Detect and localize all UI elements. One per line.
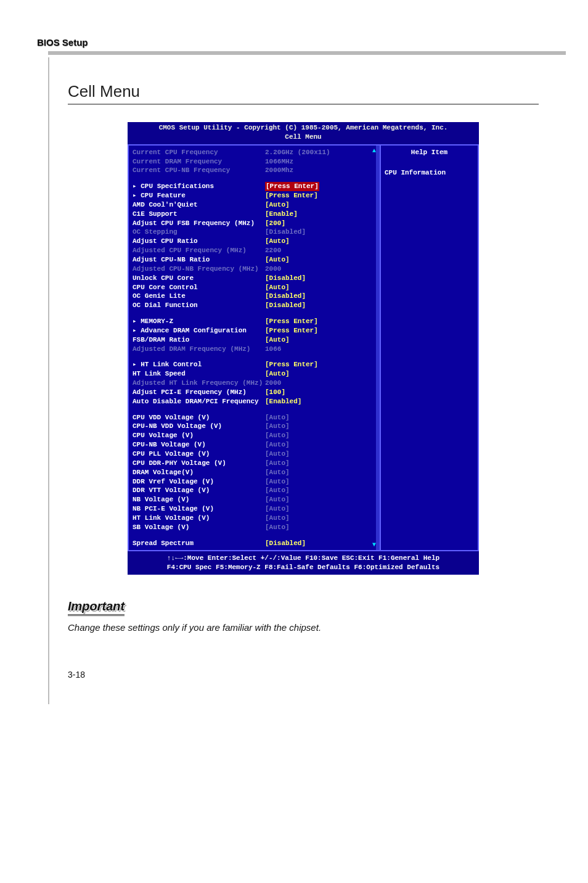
setting-row[interactable]: CPU Core Control[Auto] <box>133 283 378 292</box>
scroll-up-icon[interactable]: ▲ <box>372 147 376 155</box>
setting-label: Adjust PCI-E Frequency (MHz) <box>133 388 265 397</box>
setting-row[interactable]: ▸ CPU Feature[Press Enter] <box>133 191 378 200</box>
setting-row[interactable]: Adjust CPU Ratio[Auto] <box>133 237 378 246</box>
scroll-down-icon[interactable]: ▼ <box>372 541 376 549</box>
setting-label: CPU DDR-PHY Voltage (V) <box>133 459 265 468</box>
setting-value[interactable]: [Enabled] <box>265 397 301 406</box>
setting-value[interactable]: [Auto] <box>265 422 290 431</box>
setting-row[interactable]: CPU PLL Voltage (V)[Auto] <box>133 450 378 459</box>
setting-label: CPU Voltage (V) <box>133 431 265 440</box>
setting-value[interactable]: [Press Enter] <box>265 326 318 335</box>
setting-value: 2000 <box>265 265 281 274</box>
setting-row[interactable]: Adjust PCI-E Frequency (MHz)[100] <box>133 388 378 397</box>
setting-row[interactable]: ▸ Advance DRAM Configuration[Press Enter… <box>133 326 378 335</box>
setting-value[interactable]: [Auto] <box>265 369 290 379</box>
setting-value[interactable]: [Auto] <box>265 459 290 468</box>
setting-label: Adjust CPU-NB Ratio <box>133 255 265 265</box>
setting-row[interactable]: NB Voltage (V)[Auto] <box>133 495 378 504</box>
setting-label: CPU VDD Voltage (V) <box>133 413 265 422</box>
setting-label: Adjusted CPU-NB Frequency (MHz) <box>133 265 265 274</box>
setting-value[interactable]: [Auto] <box>265 237 290 246</box>
setting-row[interactable]: AMD Cool'n'Quiet[Auto] <box>133 200 378 210</box>
setting-row: Current CPU-NB Frequency2000Mhz <box>133 166 378 175</box>
setting-label: Current CPU Frequency <box>133 148 265 157</box>
row-spacer <box>133 353 378 360</box>
row-spacer <box>133 532 378 539</box>
setting-value[interactable]: [Disabled] <box>265 228 306 237</box>
setting-value[interactable]: [Disabled] <box>265 274 306 283</box>
bios-settings-panel[interactable]: ▲ Current CPU Frequency2.20GHz (200x11)C… <box>128 144 380 552</box>
setting-value[interactable]: [Auto] <box>265 450 290 459</box>
setting-row[interactable]: DDR Vref Voltage (V)[Auto] <box>133 477 378 487</box>
setting-value[interactable]: [Auto] <box>265 468 290 477</box>
setting-value: 2200 <box>265 246 281 255</box>
setting-label: Current CPU-NB Frequency <box>133 166 265 175</box>
help-title: Help Item <box>385 148 474 157</box>
setting-value[interactable]: [100] <box>265 388 285 397</box>
setting-value[interactable]: [Disabled] <box>265 539 306 548</box>
setting-label: DRAM Voltage(V) <box>133 468 265 477</box>
setting-row[interactable]: OC Stepping[Disabled] <box>133 228 378 237</box>
setting-row[interactable]: NB PCI-E Voltage (V)[Auto] <box>133 504 378 514</box>
setting-value[interactable]: [Press Enter] <box>265 317 318 326</box>
setting-label: Adjusted DRAM Frequency (MHz) <box>133 345 265 354</box>
setting-label: OC Stepping <box>133 228 265 237</box>
setting-row[interactable]: HT Link Speed[Auto] <box>133 369 378 379</box>
setting-row[interactable]: HT Link Voltage (V)[Auto] <box>133 514 378 523</box>
setting-row[interactable]: CPU VDD Voltage (V)[Auto] <box>133 413 378 422</box>
setting-value: 1066 <box>265 345 281 354</box>
setting-row[interactable]: ▸ HT Link Control[Press Enter] <box>133 360 378 369</box>
bios-title-line1: CMOS Setup Utility - Copyright (C) 1985-… <box>128 122 479 133</box>
setting-row[interactable]: Adjust CPU-NB Ratio[Auto] <box>133 255 378 265</box>
setting-row[interactable]: SB Voltage (V)[Auto] <box>133 523 378 532</box>
setting-value[interactable]: [Auto] <box>265 255 290 265</box>
setting-label: ▸ HT Link Control <box>133 360 265 369</box>
setting-row[interactable]: Adjust CPU FSB Frequency (MHz)[200] <box>133 219 378 228</box>
setting-row[interactable]: Auto Disable DRAM/PCI Frequency[Enabled] <box>133 397 378 406</box>
row-spacer <box>133 310 378 317</box>
setting-value[interactable]: [Auto] <box>265 523 290 532</box>
setting-row[interactable]: ▸ MEMORY-Z[Press Enter] <box>133 317 378 326</box>
setting-row[interactable]: CPU DDR-PHY Voltage (V)[Auto] <box>133 459 378 468</box>
setting-row[interactable]: DRAM Voltage(V)[Auto] <box>133 468 378 477</box>
setting-value[interactable]: [Disabled] <box>265 301 306 310</box>
setting-value[interactable]: [Press Enter] <box>265 360 318 369</box>
setting-label: Spread Spectrum <box>133 539 265 548</box>
section-title: Cell Menu <box>68 82 539 101</box>
setting-value[interactable]: [Auto] <box>265 335 290 345</box>
setting-value[interactable]: [Auto] <box>265 495 290 504</box>
setting-value[interactable]: [Auto] <box>265 514 290 523</box>
setting-value[interactable]: [Auto] <box>265 200 290 210</box>
setting-value[interactable]: [Auto] <box>265 486 290 495</box>
setting-value[interactable]: [Auto] <box>265 413 290 422</box>
setting-row: Adjusted DRAM Frequency (MHz)1066 <box>133 345 378 354</box>
setting-row[interactable]: Spread Spectrum[Disabled] <box>133 539 378 548</box>
setting-row[interactable]: Unlock CPU Core[Disabled] <box>133 274 378 283</box>
setting-value[interactable]: [Auto] <box>265 440 290 450</box>
setting-label: CPU-NB VDD Voltage (V) <box>133 422 265 431</box>
setting-value[interactable]: [200] <box>265 219 285 228</box>
setting-label: FSB/DRAM Ratio <box>133 335 265 345</box>
setting-value[interactable]: [Auto] <box>265 431 290 440</box>
setting-label: HT Link Speed <box>133 369 265 379</box>
setting-row[interactable]: OC Dial Function[Disabled] <box>133 301 378 310</box>
setting-row[interactable]: DDR VTT Voltage (V)[Auto] <box>133 486 378 495</box>
setting-value[interactable]: [Auto] <box>265 504 290 514</box>
setting-row: Current DRAM Frequency1066MHz <box>133 157 378 166</box>
setting-row[interactable]: CPU-NB VDD Voltage (V)[Auto] <box>133 422 378 431</box>
setting-row[interactable]: ▸ CPU Specifications[Press Enter] <box>133 182 378 191</box>
setting-row[interactable]: FSB/DRAM Ratio[Auto] <box>133 335 378 345</box>
setting-value[interactable]: [Auto] <box>265 477 290 487</box>
setting-row[interactable]: C1E Support[Enable] <box>133 210 378 219</box>
setting-label: ▸ CPU Specifications <box>133 182 265 191</box>
setting-value[interactable]: [Disabled] <box>265 292 306 301</box>
setting-value[interactable]: [Enable] <box>265 210 298 219</box>
setting-value[interactable]: [Press Enter] <box>265 182 319 191</box>
setting-label: Adjusted HT Link Frequency (MHz) <box>133 379 265 388</box>
setting-label: HT Link Voltage (V) <box>133 514 265 523</box>
setting-value[interactable]: [Auto] <box>265 283 290 292</box>
setting-row[interactable]: OC Genie Lite[Disabled] <box>133 292 378 301</box>
setting-value[interactable]: [Press Enter] <box>265 191 318 200</box>
setting-row[interactable]: CPU Voltage (V)[Auto] <box>133 431 378 440</box>
setting-row[interactable]: CPU-NB Voltage (V)[Auto] <box>133 440 378 450</box>
